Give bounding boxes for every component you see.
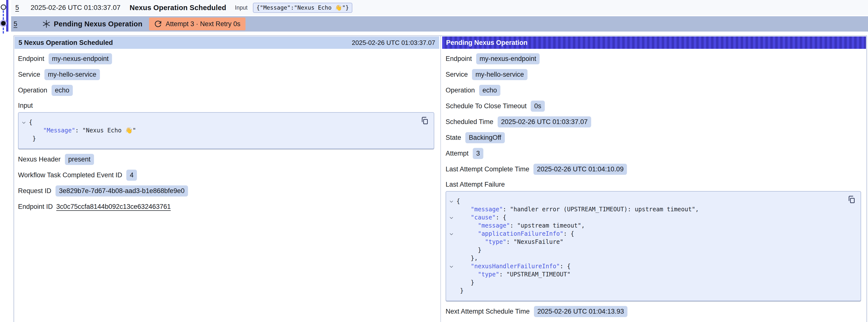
- code-line: }: [446, 246, 846, 254]
- timeline-rail-bar: [6, 0, 8, 32]
- scheduled-panel-fields: Endpointmy-nexus-endpointServicemy-hello…: [14, 49, 440, 212]
- pending-panel-fields: Endpointmy-nexus-endpointServicemy-hello…: [442, 49, 867, 317]
- scheduled-panel-title: 5 Nexus Operation Scheduled: [19, 39, 352, 46]
- field-row: Endpointmy-nexus-endpoint: [445, 53, 863, 64]
- collapse-chevron-icon[interactable]: [22, 120, 26, 125]
- field-value-badge: 0s: [531, 101, 545, 112]
- field-row: Attempt3: [445, 148, 863, 159]
- field-row: Last Attempt Complete Time2025-02-26 UTC…: [445, 164, 863, 175]
- code-text: "type": "NexusFailure": [457, 238, 563, 246]
- code-collapse-gutter[interactable]: [446, 214, 457, 222]
- code-text: }: [457, 246, 482, 254]
- code-gutter: [446, 254, 457, 262]
- code-collapse-gutter[interactable]: [19, 118, 29, 127]
- code-line: "message": "handler error (UPSTREAM_TIME…: [446, 205, 846, 214]
- code-line: },: [446, 254, 846, 262]
- field-row: Servicemy-hello-service: [445, 69, 863, 80]
- field-label: Last Attempt Failure: [445, 181, 505, 188]
- code-collapse-gutter[interactable]: [446, 197, 457, 205]
- json-viewer: { "Message": "Nexus Echo 👋" }: [18, 112, 434, 149]
- field-value-badge: my-hello-service: [472, 69, 528, 80]
- field-label: Workflow Task Completed Event ID: [18, 171, 122, 179]
- code-gutter: [446, 270, 457, 279]
- code-text: "message": "handler error (UPSTREAM_TIME…: [457, 205, 699, 214]
- code-text: "cause": {: [457, 214, 506, 222]
- panel-divider: [440, 36, 442, 322]
- event-detail-panels: 5 Nexus Operation Scheduled 2025-02-26 U…: [13, 35, 867, 322]
- code-gutter: [446, 246, 457, 254]
- field-row: Scheduled Time2025-02-26 UTC 01:03:37.07: [445, 117, 863, 127]
- code-collapse-gutter[interactable]: [446, 262, 457, 270]
- field-row: Nexus Headerpresent: [18, 154, 436, 165]
- event-row-pending[interactable]: 5 Pending Nexus Operation Attempt 3 · Ne…: [11, 16, 868, 32]
- field-label: Nexus Header: [18, 156, 61, 163]
- code-line: "type": "NexusFailure": [446, 238, 846, 246]
- field-value-badge: BackingOff: [465, 132, 505, 143]
- code-line: "nexusHandlerFailureInfo": {: [446, 262, 846, 270]
- code-text: {: [457, 197, 460, 205]
- code-text: "Message": "Nexus Echo 👋": [29, 127, 136, 135]
- event-title: Nexus Operation Scheduled: [129, 4, 226, 12]
- field-row: Endpoint ID3c0c75ccfa8144b092c13ce632463…: [18, 201, 436, 212]
- json-viewer: { "message": "handler error (UPSTREAM_TI…: [445, 191, 861, 301]
- attempt-retry-badge: Attempt 3 · Next Retry 0s: [149, 18, 246, 30]
- code-text: "message": "upstream timeout",: [457, 222, 585, 230]
- field-value-badge: my-nexus-endpoint: [49, 53, 112, 64]
- copy-icon: [847, 195, 856, 204]
- code-text: }: [457, 279, 474, 287]
- collapse-chevron-icon[interactable]: [449, 264, 454, 269]
- field-label: Request ID: [18, 187, 51, 195]
- field-label: Service: [18, 71, 40, 78]
- pending-title: Pending Nexus Operation: [54, 20, 142, 28]
- code-line: }: [19, 135, 419, 143]
- code-text: {: [29, 118, 32, 127]
- field-row: Schedule To Close Timeout0s: [445, 101, 863, 112]
- collapse-chevron-icon[interactable]: [449, 199, 454, 204]
- copy-button[interactable]: [420, 116, 429, 126]
- code-gutter: [19, 127, 29, 135]
- code-gutter: [446, 238, 457, 246]
- code-text: "nexusHandlerFailureInfo": {: [457, 262, 570, 270]
- field-row: Last Attempt Failure: [445, 180, 863, 189]
- field-label: Operation: [445, 87, 475, 94]
- field-row: StateBackingOff: [445, 132, 863, 143]
- code-text: "type": "UPSTREAM_TIMEOUT": [457, 270, 570, 279]
- collapse-chevron-icon[interactable]: [449, 216, 454, 220]
- field-label: Operation: [18, 87, 48, 94]
- copy-button[interactable]: [847, 195, 856, 204]
- event-timestamp: 2025-02-26 UTC 01:03:37.07: [31, 4, 120, 11]
- code-text: },: [457, 254, 478, 262]
- code-text: "applicationFailureInfo": {: [457, 230, 574, 238]
- code-gutter: [446, 205, 457, 214]
- code-collapse-gutter[interactable]: [446, 230, 457, 238]
- collapse-chevron-icon[interactable]: [449, 232, 454, 236]
- attempt-retry-text: Attempt 3 · Next Retry 0s: [165, 20, 240, 28]
- code-line: "applicationFailureInfo": {: [446, 230, 846, 238]
- field-value-badge: my-hello-service: [44, 69, 100, 80]
- code-line: {: [446, 197, 846, 205]
- code-text: }: [457, 287, 464, 295]
- code-gutter: [446, 287, 457, 295]
- field-value-badge: my-nexus-endpoint: [476, 53, 540, 64]
- field-row: Operationecho: [18, 85, 436, 96]
- event-row-scheduled[interactable]: 5 2025-02-26 UTC 01:03:37.07 Nexus Opera…: [11, 0, 868, 15]
- event-id-link[interactable]: 5: [15, 4, 19, 11]
- scheduled-detail-panel: 5 Nexus Operation Scheduled 2025-02-26 U…: [14, 36, 440, 322]
- event-id-link[interactable]: 5: [13, 20, 17, 28]
- field-label: State: [445, 134, 461, 141]
- field-row: Request ID3e829b7e-7d67-4b08-aad3-b1e868…: [18, 185, 436, 196]
- field-value-link[interactable]: 3c0c75ccfa8144b092c13ce632463761: [56, 203, 171, 211]
- code-text: }: [29, 135, 36, 143]
- code-gutter: [446, 279, 457, 287]
- field-label: Next Attempt Schedule Time: [445, 308, 530, 315]
- field-row: Input: [18, 101, 436, 110]
- field-value-badge: 4: [126, 170, 137, 181]
- field-value-badge: 2025-02-26 UTC 01:03:37.07: [498, 117, 591, 127]
- field-value-badge: 3: [473, 148, 483, 159]
- field-value-badge: 2025-02-26 UTC 01:04:10.09: [533, 164, 627, 175]
- field-label: Schedule To Close Timeout: [445, 102, 527, 110]
- pending-panel-header: Pending Nexus Operation: [442, 36, 866, 49]
- field-label: Last Attempt Complete Time: [445, 165, 529, 173]
- field-row: Workflow Task Completed Event ID4: [18, 170, 436, 181]
- field-value-badge: 2025-02-26 UTC 01:04:13.93: [534, 306, 627, 317]
